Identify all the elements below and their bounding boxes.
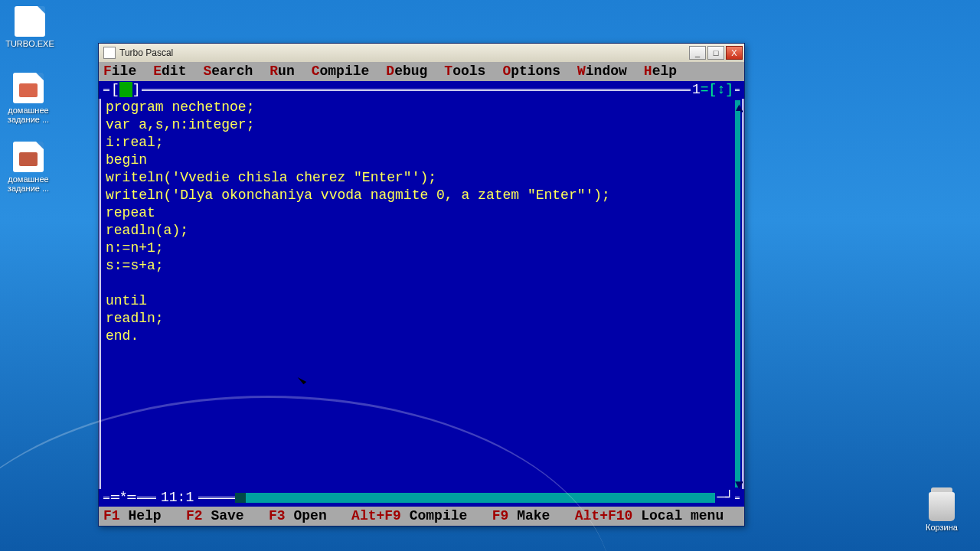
code-line: readln(a); xyxy=(106,222,735,240)
menu-window[interactable]: Window xyxy=(577,63,627,80)
scroll-down-icon[interactable]: ▼ xyxy=(735,477,740,487)
tui-container: FileEditSearchRunCompileDebugToolsOption… xyxy=(99,62,744,526)
menu-search[interactable]: Search xyxy=(203,63,253,80)
window-title: Turbo Pascal xyxy=(119,47,173,58)
ppt-icon xyxy=(13,142,44,172)
hotkey-label: Compile xyxy=(401,508,492,523)
code-line: program nechetnoe; xyxy=(106,99,735,116)
menubar: FileEditSearchRunCompileDebugToolsOption… xyxy=(99,62,744,81)
icon-label: домашнее задание ... xyxy=(2,106,55,124)
window-indicator[interactable]: 1=[↕] xyxy=(691,81,735,99)
desktop-icon-hw2[interactable]: домашнее задание ... xyxy=(2,142,55,193)
menu-tools[interactable]: Tools xyxy=(444,63,485,80)
hotkey-label: Local menu xyxy=(632,508,724,523)
statusbar: F1 Help F2 Save F3 Open Alt+F9 Compile F… xyxy=(99,507,744,526)
code-line: var a,s,n:integer; xyxy=(106,116,735,134)
app-icon xyxy=(103,47,116,59)
code-line: repeat xyxy=(106,204,735,222)
code-line: i:real; xyxy=(106,134,735,152)
menu-edit[interactable]: Edit xyxy=(153,63,186,80)
editor-top-border: [■] NONAME00.PAS 1=[↕] xyxy=(99,81,744,99)
hotkey-f2[interactable]: F2 xyxy=(186,508,203,523)
code-line: writeln('Vvedie chisla cherez "Enter"'); xyxy=(106,169,735,187)
hotkey-label: Make xyxy=(508,508,574,523)
code-editor[interactable]: program nechetnoe;var a,s,n:integer;i:re… xyxy=(99,99,735,489)
minimize-button[interactable]: _ xyxy=(689,46,706,60)
hotkey-f3[interactable]: F3 xyxy=(269,508,286,523)
hotkey-f9[interactable]: F9 xyxy=(492,508,509,523)
app-window: Turbo Pascal _ □ X FileEditSearchRunComp… xyxy=(98,43,745,527)
code-line: end. xyxy=(106,328,735,345)
hotkey-alt+f9[interactable]: Alt+F9 xyxy=(351,508,401,523)
code-line: readln; xyxy=(106,310,735,328)
scroll-up-icon[interactable]: ▲ xyxy=(735,100,740,111)
menu-file[interactable]: File xyxy=(103,63,136,80)
code-line: writeln('Dlya okonchaniya vvoda nagmite … xyxy=(106,187,735,204)
ppt-icon xyxy=(13,73,44,103)
desktop-icon-turbo[interactable]: TURBO.EXE xyxy=(3,6,57,48)
hotkey-label: Open xyxy=(286,508,351,523)
recycle-bin[interactable]: Корзина xyxy=(919,492,965,532)
code-line: n:=n+1; xyxy=(106,240,735,257)
hotkey-f1[interactable]: F1 xyxy=(103,508,120,523)
code-line: s:=s+a; xyxy=(106,257,735,275)
icon-label: домашнее задание ... xyxy=(2,174,55,193)
trash-icon xyxy=(929,492,955,521)
menu-options[interactable]: Options xyxy=(502,63,560,80)
menu-help[interactable]: Help xyxy=(644,63,677,80)
maximize-button[interactable]: □ xyxy=(707,46,724,60)
hotkey-label: Help xyxy=(120,508,186,523)
close-box[interactable]: [■] xyxy=(109,81,142,99)
menu-debug[interactable]: Debug xyxy=(386,63,427,80)
code-line xyxy=(106,275,735,292)
menu-run[interactable]: Run xyxy=(270,63,294,80)
modified-mark: ═*═ xyxy=(109,489,137,507)
horizontal-scrollbar[interactable] xyxy=(235,493,727,503)
scroll-track[interactable] xyxy=(735,111,740,477)
editor-frame: [■] NONAME00.PAS 1=[↕] program nechetnoe… xyxy=(99,81,744,507)
resize-corner[interactable]: ─┘ xyxy=(715,489,735,507)
scroll-thumb[interactable] xyxy=(235,493,246,503)
icon-label: TURBO.EXE xyxy=(3,39,57,48)
hotkey-alt+f10[interactable]: Alt+F10 xyxy=(575,508,633,523)
close-button[interactable]: X xyxy=(726,46,743,60)
editor-bottom-border: ═*═ 11:1 ─┘ xyxy=(99,489,744,507)
titlebar[interactable]: Turbo Pascal _ □ X xyxy=(99,44,744,62)
menu-compile[interactable]: Compile xyxy=(312,63,370,80)
cursor-position: 11:1 xyxy=(156,489,198,507)
code-line: begin xyxy=(106,152,735,169)
vertical-scrollbar[interactable]: ▲ ▼ xyxy=(735,99,744,489)
desktop-icon-hw1[interactable]: домашнее задание ... xyxy=(2,73,55,124)
trash-label: Корзина xyxy=(919,523,965,532)
exe-icon xyxy=(15,6,45,37)
code-line: until xyxy=(106,292,735,310)
hotkey-label: Save xyxy=(203,508,269,523)
